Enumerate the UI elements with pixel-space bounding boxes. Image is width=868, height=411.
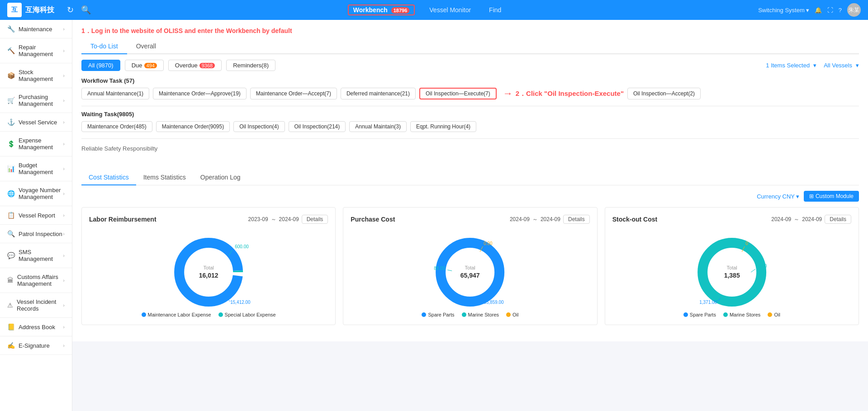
items-selected-text[interactable]: 1 Items Selected <box>766 62 810 69</box>
user-avatar[interactable]: 朱某 <box>847 3 861 17</box>
chart-purchase-details-btn[interactable]: Details <box>563 215 590 224</box>
filter-overdue-button[interactable]: Overdue 9368 <box>168 60 222 71</box>
chevron-right-icon: › <box>63 98 65 103</box>
sidebar-item-stock[interactable]: 📦 Stock Management › <box>0 63 72 88</box>
svg-text:16,012: 16,012 <box>199 272 218 279</box>
legend-maintenance-labor: Maintenance Labor Expense <box>142 312 211 317</box>
vessel-service-icon: ⚓ <box>7 118 15 126</box>
filter-due-button[interactable]: Due 494 <box>125 60 164 71</box>
switching-system-button[interactable]: Switching System ▾ <box>758 7 809 14</box>
sidebar-item-esignature[interactable]: ✍ E-Signature › <box>0 336 72 355</box>
tag-waiting-oil-214[interactable]: Oil Inspection(214) <box>289 121 346 132</box>
chart-purchase: Purchase Cost 2024-09 ～ 2024-09 Details <box>343 207 597 325</box>
sidebar-item-voyage[interactable]: 🌐 Voyage NumberManagement › <box>0 181 72 206</box>
svg-text:600.00: 600.00 <box>235 244 249 249</box>
workbench-panel: 1．Log in to the website of OLISS and ent… <box>72 20 868 163</box>
tag-waiting-annual-3[interactable]: Annual Maintain(3) <box>349 121 407 132</box>
chevron-right-icon: › <box>63 73 65 78</box>
stock-icon: 📦 <box>7 72 15 79</box>
maintenance-icon: 🔧 <box>7 25 15 33</box>
due-badge: 494 <box>144 63 157 68</box>
waiting-task-tags: Maintenance Order(485) Maintenance Order… <box>81 121 859 132</box>
sidebar-item-customs[interactable]: 🏛 Customs AffairsManagement › <box>0 268 72 293</box>
sidebar-item-maintenance[interactable]: 🔧 Maintenance › <box>0 20 72 38</box>
svg-text:1,385: 1,385 <box>724 272 740 279</box>
workbench-badge: 18796 <box>391 7 410 14</box>
filter-row: All (9870) Due 494 Overdue 9368 Reminder… <box>81 60 859 71</box>
svg-text:15,412.00: 15,412.00 <box>230 300 251 305</box>
logo[interactable]: 互 互海科技 <box>7 3 54 17</box>
chart-stockout-legend: Spare Parts Marine Stores Oil <box>612 312 851 317</box>
legend-marine-stores-stockout: Marine Stores <box>723 312 760 317</box>
chevron-right-icon: › <box>63 48 65 53</box>
stats-tab-operation[interactable]: Operation Log <box>193 170 248 185</box>
legend-marine-stores-purchase: Marine Stores <box>462 312 499 317</box>
help-button[interactable]: ? <box>839 7 842 14</box>
annotation-text-2: 2．Click "Oil Inspection-Execute" <box>516 90 624 98</box>
legend-dot-blue <box>422 312 426 317</box>
sidebar-item-vessel-service[interactable]: ⚓ Vessel Service › <box>0 113 72 132</box>
chevron-right-icon: › <box>63 278 65 283</box>
sidebar-item-patrol[interactable]: 🔍 Patrol Inspection › <box>0 225 72 243</box>
annotation-1: 1．Log in to the website of OLISS and ent… <box>81 27 859 35</box>
tag-oil-inspection-execute[interactable]: Oil Inspection—Execute(7) <box>419 88 497 99</box>
chart-stockout-details-btn[interactable]: Details <box>825 215 851 224</box>
chart-row: Labor Reimbursement 2023-09 ～ 2024-09 De… <box>81 207 859 334</box>
sidebar-item-repair[interactable]: 🔨 Repair Management › <box>0 38 72 63</box>
tab-todo[interactable]: To-do List <box>81 39 127 54</box>
tag-deferred-maintenance[interactable]: Deferred maintenance(21) <box>341 88 416 99</box>
stats-tabs: Cost Statistics Items Statistics Operati… <box>81 170 859 185</box>
all-vessels-text[interactable]: All Vessels <box>824 62 852 69</box>
svg-line-27 <box>751 269 755 272</box>
tag-waiting-oil-4[interactable]: Oil Inspection(4) <box>233 121 285 132</box>
purchasing-icon: 🛒 <box>7 97 15 104</box>
back-button[interactable]: ↻ <box>63 3 77 17</box>
svg-text:14.00: 14.00 <box>755 264 767 269</box>
logo-icon: 互 <box>7 3 22 17</box>
custom-module-button[interactable]: ⊞ Custom Module <box>804 191 859 202</box>
legend-dot-blue <box>142 312 146 317</box>
svg-text:Total: Total <box>726 265 737 270</box>
filter-right: 1 Items Selected ▾ All Vessels ▾ <box>766 62 859 69</box>
tag-annual-maintenance[interactable]: Annual Maintenance(1) <box>81 88 149 99</box>
legend-dot-blue <box>683 312 688 317</box>
tab-overall[interactable]: Overall <box>127 39 165 54</box>
chart-stockout-svg: Total 1,385 0 14.00 1,371.00 <box>612 229 851 311</box>
svg-text:Total: Total <box>465 265 475 270</box>
chart-labor-details-btn[interactable]: Details <box>302 215 328 224</box>
svg-text:0.00: 0.00 <box>484 241 493 246</box>
vessel-monitor-nav-item[interactable]: Vessel Monitor <box>426 5 474 15</box>
workbench-nav-item[interactable]: Workbench 18796 <box>348 5 415 15</box>
stats-tab-items[interactable]: Items Statistics <box>136 170 193 185</box>
svg-line-16 <box>447 270 452 271</box>
find-nav-item[interactable]: Find <box>485 5 505 15</box>
bell-icon-button[interactable]: 🔔 <box>815 7 822 14</box>
logo-text: 互海科技 <box>25 5 54 15</box>
tag-maintenance-approve[interactable]: Maintenance Order—Approve(19) <box>153 88 247 99</box>
budget-icon: 📊 <box>7 165 15 172</box>
svg-text:88.00: 88.00 <box>434 266 445 271</box>
filter-reminders-button[interactable]: Reminders(8) <box>226 60 275 71</box>
tag-oil-inspection-accept[interactable]: Oil Inspection—Accept(2) <box>627 88 701 99</box>
chart-purchase-svg: Total 65,947 0.00 88.00 65,859.00 <box>351 229 589 311</box>
sidebar-item-budget[interactable]: 📊 Budget Management › <box>0 156 72 181</box>
chevron-right-icon: › <box>63 119 65 125</box>
filter-all-button[interactable]: All (9870) <box>81 60 120 71</box>
stats-tab-cost[interactable]: Cost Statistics <box>81 170 136 185</box>
sidebar-item-address[interactable]: 📒 Address Book › <box>0 318 72 336</box>
voyage-icon: 🌐 <box>7 190 15 197</box>
sidebar-item-incident[interactable]: ⚠ Vessel Incident Records › <box>0 293 72 318</box>
tag-maintenance-accept[interactable]: Maintenance Order—Accept(7) <box>250 88 337 99</box>
tag-waiting-maintenance-485[interactable]: Maintenance Order(485) <box>81 121 152 132</box>
search-button[interactable]: 🔍 <box>77 3 95 17</box>
sidebar-item-sms[interactable]: 💬 SMS Management › <box>0 243 72 268</box>
tag-waiting-maintenance-9095[interactable]: Maintenance Order(9095) <box>156 121 230 132</box>
sidebar-item-vessel-report[interactable]: 📋 Vessel Report › <box>0 206 72 225</box>
chevron-right-icon: › <box>63 166 65 171</box>
sidebar-item-expense[interactable]: 💲 ExpenseManagement › <box>0 132 72 156</box>
chevron-right-icon: › <box>63 253 65 258</box>
tag-waiting-eqpt-4[interactable]: Eqpt. Running Hour(4) <box>410 121 476 132</box>
fullscreen-button[interactable]: ⛶ <box>827 7 833 14</box>
sidebar-item-purchasing[interactable]: 🛒 PurchasingManagement › <box>0 88 72 113</box>
currency-select[interactable]: Currency CNY ▾ <box>757 193 799 200</box>
